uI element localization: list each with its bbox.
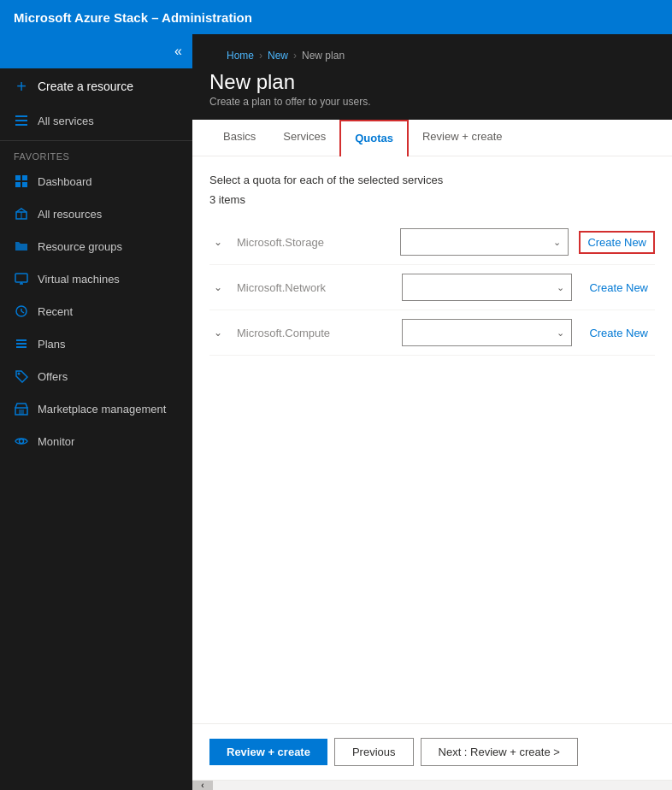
compute-dropdown[interactable]: ⌄ [402, 319, 572, 346]
bottom-scroll-area: ‹ [192, 780, 672, 790]
form-content: Select a quota for each of the selected … [192, 156, 672, 723]
breadcrumb-new[interactable]: New [268, 50, 288, 62]
network-dropdown-arrow: ⌄ [557, 282, 564, 293]
service-row-storage: ⌄ Microsoft.Storage ⌄ Create New [209, 220, 655, 265]
breadcrumb-current: New plan [302, 50, 345, 62]
app-title: Microsoft Azure Stack – Administration [14, 10, 252, 25]
storage-create-new-button[interactable]: Create New [579, 231, 655, 254]
svg-rect-20 [19, 410, 24, 415]
compute-chevron[interactable]: ⌄ [209, 327, 227, 339]
compute-create-new-button[interactable]: Create New [582, 323, 655, 343]
clock-icon [14, 304, 29, 319]
shop-icon [14, 401, 29, 416]
eye-icon [14, 433, 29, 449]
tab-review-create[interactable]: Review + create [409, 120, 516, 156]
page-title: New plan [209, 70, 655, 94]
svg-rect-16 [16, 343, 27, 345]
next-button[interactable]: Next : Review + create > [421, 738, 578, 766]
box-icon [14, 206, 29, 221]
folder-icon [14, 239, 29, 254]
scroll-left-button[interactable]: ‹ [192, 781, 213, 791]
previous-button[interactable]: Previous [334, 738, 414, 766]
plus-icon: + [14, 79, 29, 94]
compute-service-name: Microsoft.Compute [237, 327, 392, 339]
sidebar-item-recent[interactable]: Recent [0, 295, 192, 327]
network-create-new-button[interactable]: Create New [582, 278, 655, 298]
svg-rect-9 [15, 274, 27, 282]
sidebar-item-resource-groups[interactable]: Resource groups [0, 230, 192, 262]
svg-rect-2 [15, 124, 27, 126]
svg-line-14 [21, 311, 24, 313]
compute-dropdown-arrow: ⌄ [557, 327, 564, 339]
storage-chevron[interactable]: ⌄ [209, 236, 227, 248]
sidebar-item-monitor[interactable]: Monitor [0, 425, 192, 457]
svg-rect-5 [15, 182, 21, 187]
favorites-label: FAVORITES [0, 144, 192, 165]
breadcrumb: Home › New › New plan [209, 44, 655, 70]
sidebar-item-marketplace-management[interactable]: Marketplace management [0, 392, 192, 425]
sidebar-collapse-button[interactable]: « [174, 44, 182, 59]
network-chevron[interactable]: ⌄ [209, 281, 227, 293]
sidebar-item-plans[interactable]: Plans [0, 327, 192, 360]
review-create-button[interactable]: Review + create [209, 739, 327, 765]
svg-rect-0 [15, 115, 27, 117]
breadcrumb-home[interactable]: Home [227, 50, 254, 62]
svg-rect-1 [15, 120, 27, 121]
grid-icon [14, 174, 29, 189]
svg-point-18 [18, 373, 21, 375]
page-header: Home › New › New plan New plan Create a … [192, 34, 672, 120]
form-footer: Review + create Previous Next : Review +… [192, 723, 672, 780]
items-count: 3 items [209, 193, 655, 206]
service-row-compute: ⌄ Microsoft.Compute ⌄ Create New [209, 310, 655, 356]
sidebar: « + Create a resource All services FAVOR… [0, 34, 192, 790]
storage-dropdown-arrow: ⌄ [553, 237, 561, 248]
tab-services[interactable]: Services [269, 120, 339, 156]
sidebar-item-offers[interactable]: Offers [0, 360, 192, 392]
svg-rect-17 [16, 346, 27, 348]
svg-rect-15 [16, 339, 27, 341]
sidebar-item-create-resource[interactable]: + Create a resource [0, 68, 192, 104]
tab-basics[interactable]: Basics [209, 120, 269, 156]
svg-point-21 [20, 439, 24, 444]
tab-quotas[interactable]: Quotas [339, 120, 409, 156]
storage-service-name: Microsoft.Storage [237, 236, 390, 249]
network-dropdown[interactable]: ⌄ [402, 274, 572, 301]
tabs-container: Basics Services Quotas Review + create [192, 120, 672, 156]
top-bar: Microsoft Azure Stack – Administration [0, 0, 672, 34]
tag-icon [14, 368, 29, 384]
network-service-name: Microsoft.Network [237, 281, 392, 294]
monitor-icon [14, 271, 29, 286]
service-row-network: ⌄ Microsoft.Network ⌄ Create New [209, 265, 655, 310]
sidebar-item-dashboard[interactable]: Dashboard [0, 165, 192, 198]
sidebar-item-all-services[interactable]: All services [0, 104, 192, 137]
form-description: Select a quota for each of the selected … [209, 174, 655, 186]
storage-dropdown[interactable]: ⌄ [400, 228, 569, 256]
svg-rect-6 [22, 182, 27, 187]
svg-rect-3 [15, 175, 21, 180]
list-icon [14, 113, 29, 128]
sidebar-item-virtual-machines[interactable]: Virtual machines [0, 262, 192, 295]
content-area: Home › New › New plan New plan Create a … [192, 34, 672, 790]
sidebar-top: « [0, 34, 192, 68]
page-subtitle: Create a plan to offer to your users. [209, 96, 655, 108]
bars-icon [14, 336, 29, 351]
sidebar-item-all-resources[interactable]: All resources [0, 198, 192, 230]
svg-rect-4 [22, 175, 27, 180]
